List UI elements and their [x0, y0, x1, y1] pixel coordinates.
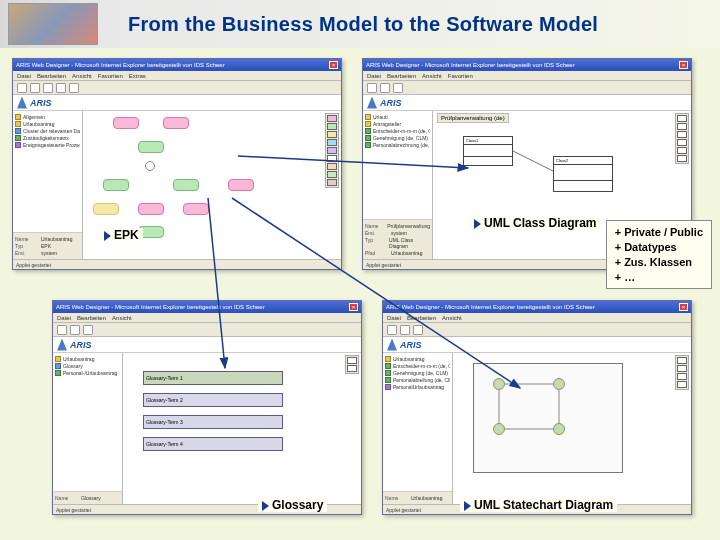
glossary-term[interactable]: Glossary-Term 4: [143, 437, 283, 451]
svg-line-0: [513, 151, 553, 171]
menubar[interactable]: Datei Bearbeiten Ansicht Favoriten Extra…: [13, 71, 341, 81]
epk-function[interactable]: [103, 179, 129, 191]
state-transitions: [453, 353, 691, 504]
close-icon[interactable]: ×: [329, 61, 338, 69]
arrow-icon: [464, 501, 471, 511]
glossary-term[interactable]: Glossary-Term 1: [143, 371, 283, 385]
window-glossary: ARIS Web Designer - Microsoft Internet E…: [52, 300, 362, 515]
arrow-icon: [262, 501, 269, 511]
toolbar-icon[interactable]: [30, 83, 40, 93]
annotation-line: + Datatypes: [615, 240, 703, 255]
sidebar: Urlaubsantrag Glossary Personal-/Urlaubs…: [53, 353, 123, 504]
sidebar: Urlaubsantrag Entscheider-m-m-m (de, CLS…: [383, 353, 453, 504]
window-title: ARIS Web Designer - Microsoft Internet E…: [16, 62, 225, 68]
epk-event[interactable]: [138, 203, 164, 215]
properties: NameGlossary: [53, 492, 122, 504]
statusbar: Applet gestartet: [13, 259, 341, 269]
toolbar[interactable]: [53, 323, 361, 337]
aris-logo: ARIS: [383, 337, 691, 353]
menu-file[interactable]: Datei: [17, 73, 31, 79]
epk-function[interactable]: [138, 141, 164, 153]
close-icon[interactable]: ×: [349, 303, 358, 311]
tree-item: Allgemein: [15, 114, 80, 120]
tree-panel[interactable]: Urlaubsantrag Entscheider-m-m-m (de, CLS…: [383, 353, 452, 492]
menu-extras[interactable]: Extras: [129, 73, 146, 79]
window-title: ARIS Web Designer - Microsoft Internet E…: [56, 304, 265, 310]
epk-function[interactable]: [173, 179, 199, 191]
close-icon[interactable]: ×: [679, 303, 688, 311]
diagram-canvas: ARIS Web Designer - Microsoft Internet E…: [0, 48, 720, 540]
epk-event[interactable]: [183, 203, 209, 215]
menu-fav[interactable]: Favoriten: [98, 73, 123, 79]
toolbar-icon[interactable]: [43, 83, 53, 93]
aris-logo: ARIS: [13, 95, 341, 111]
annotation-line: + Zus. Klassen: [615, 255, 703, 270]
label-uml-class: UML Class Diagram: [470, 216, 600, 230]
properties: NamePrüfplanverwaltung Erst.system TypUM…: [363, 220, 432, 259]
header-photo: [8, 3, 98, 45]
toolbar-icon[interactable]: [380, 83, 390, 93]
slide-title: From the Business Model to the Software …: [128, 13, 598, 36]
epk-event[interactable]: [113, 117, 139, 129]
window-title: ARIS Web Designer - Microsoft Internet E…: [386, 304, 595, 310]
menubar[interactable]: Datei Bearbeiten Ansicht: [383, 313, 691, 323]
annotation-line: + Private / Public: [615, 225, 703, 240]
glossary-term[interactable]: Glossary-Term 2: [143, 393, 283, 407]
window-epk: ARIS Web Designer - Microsoft Internet E…: [12, 58, 342, 270]
titlebar[interactable]: ARIS Web Designer - Microsoft Internet E…: [383, 301, 691, 313]
label-statechart: UML Statechart Diagram: [460, 498, 617, 512]
window-title: ARIS Web Designer - Microsoft Internet E…: [366, 62, 575, 68]
close-icon[interactable]: ×: [679, 61, 688, 69]
sidebar: Allgemein Urlaubsantrag Cluster der rele…: [13, 111, 83, 259]
toolbar-icon[interactable]: [69, 83, 79, 93]
epk-org[interactable]: [93, 203, 119, 215]
toolbar[interactable]: [363, 81, 691, 95]
toolbar[interactable]: [13, 81, 341, 95]
tree-item: Ereignisgesteuerte Prozesskette: [15, 142, 80, 148]
glossary-term[interactable]: Glossary-Term 3: [143, 415, 283, 429]
properties: NameUrlaubsantrag: [383, 492, 452, 504]
annotation-line: + …: [615, 270, 703, 285]
annotation-box: + Private / Public + Datatypes + Zus. Kl…: [606, 220, 712, 289]
toolbar-icon[interactable]: [393, 83, 403, 93]
aris-logo: ARIS: [53, 337, 361, 353]
epk-connector[interactable]: [145, 161, 155, 171]
tree-item: Zuständigkeitsmatrix: [15, 135, 80, 141]
titlebar[interactable]: ARIS Web Designer - Microsoft Internet E…: [13, 59, 341, 71]
properties: NameUrlaubsantrag TypEPK Erst.system: [13, 233, 82, 259]
titlebar[interactable]: ARIS Web Designer - Microsoft Internet E…: [53, 301, 361, 313]
epk-event[interactable]: [228, 179, 254, 191]
tree-item: Urlaubsantrag: [15, 121, 80, 127]
window-statechart: ARIS Web Designer - Microsoft Internet E…: [382, 300, 692, 515]
shape-palette[interactable]: [345, 355, 359, 374]
epk-event[interactable]: [163, 117, 189, 129]
titlebar[interactable]: ARIS Web Designer - Microsoft Internet E…: [363, 59, 691, 71]
sidebar: Urlaub Antragsteller Entscheider-m-m-m (…: [363, 111, 433, 259]
tree-panel[interactable]: Urlaub Antragsteller Entscheider-m-m-m (…: [363, 111, 432, 220]
label-glossary: Glossary: [258, 498, 327, 512]
shape-palette[interactable]: [325, 113, 339, 188]
toolbar-icon[interactable]: [367, 83, 377, 93]
slide-header: From the Business Model to the Software …: [0, 0, 720, 48]
glossary-diagram[interactable]: Glossary-Term 1 Glossary-Term 2 Glossary…: [123, 353, 361, 504]
menu-edit[interactable]: Bearbeiten: [37, 73, 66, 79]
menubar[interactable]: Datei Bearbeiten Ansicht Favoriten: [363, 71, 691, 81]
toolbar[interactable]: [383, 323, 691, 337]
menu-view[interactable]: Ansicht: [72, 73, 92, 79]
tree-item: Cluster der relevanten Daten: [15, 128, 80, 134]
statechart-diagram[interactable]: [453, 353, 691, 504]
shape-palette[interactable]: [675, 355, 689, 390]
aris-logo: ARIS: [363, 95, 691, 111]
label-epk: EPK: [100, 228, 143, 242]
shape-palette[interactable]: [675, 113, 689, 164]
arrow-icon: [474, 219, 481, 229]
toolbar-icon[interactable]: [56, 83, 66, 93]
arrow-icon: [104, 231, 111, 241]
toolbar-icon[interactable]: [17, 83, 27, 93]
tree-panel[interactable]: Allgemein Urlaubsantrag Cluster der rele…: [13, 111, 82, 233]
tree-panel[interactable]: Urlaubsantrag Glossary Personal-/Urlaubs…: [53, 353, 122, 492]
menubar[interactable]: Datei Bearbeiten Ansicht: [53, 313, 361, 323]
